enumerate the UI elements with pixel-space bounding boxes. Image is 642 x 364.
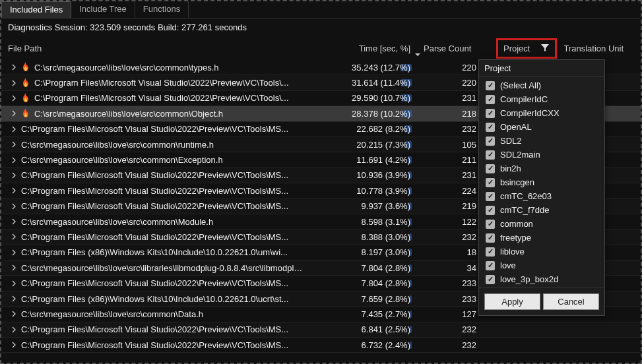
checkbox-checked-icon[interactable]: ✓ [486, 261, 495, 270]
chevron-right-icon[interactable] [11, 280, 17, 287]
header-translation-unit[interactable]: Translation Unit [557, 44, 641, 53]
checkbox-checked-icon[interactable]: ✓ [486, 109, 495, 118]
checkbox-checked-icon[interactable]: ✓ [486, 206, 495, 215]
time-value: 35.243 (12.7%) [352, 63, 410, 73]
filter-item[interactable]: ✓liblove [479, 245, 604, 258]
filter-popup-header: Project [479, 60, 604, 77]
filter-item[interactable]: ✓love_3p_box2d [479, 272, 604, 286]
time-value: 7.804 (2.8%) [362, 263, 410, 273]
chevron-right-icon[interactable] [11, 311, 17, 317]
filter-item[interactable]: ✓SDL2 [479, 134, 604, 148]
filter-item[interactable]: ✓freetype [479, 231, 604, 245]
checkbox-checked-icon[interactable]: ✓ [486, 233, 495, 243]
filter-item-label: CompilerIdCXX [500, 108, 560, 118]
fire-icon [21, 93, 30, 104]
filter-item-label: (Select All) [500, 80, 541, 90]
checkbox-checked-icon[interactable]: ✓ [486, 275, 495, 284]
file-path-text: C:\Program Files\Microsoft Visual Studio… [21, 201, 288, 211]
chevron-right-icon[interactable] [11, 64, 17, 71]
parse-count-value: 232 [424, 324, 490, 334]
chevron-right-icon[interactable] [11, 126, 17, 133]
table-row[interactable]: C:\Program Files\Microsoft Visual Studio… [1, 338, 641, 353]
chevron-right-icon[interactable] [11, 110, 17, 117]
filter-item[interactable]: ✓CompilerIdCXX [479, 106, 604, 120]
filter-item[interactable]: ✓love [479, 258, 604, 272]
filter-item[interactable]: ✓OpenAL [479, 120, 604, 134]
tab-functions[interactable]: Functions [135, 1, 189, 18]
checkbox-checked-icon[interactable]: ✓ [486, 220, 495, 229]
file-path-text: C:\src\megasource\libs\love\src\common\E… [21, 155, 223, 165]
header-project-label: Project [503, 44, 530, 53]
column-headers: File Path Time [sec, %] Parse Count Proj… [1, 36, 641, 60]
time-value: 10.936 (3.9%) [356, 170, 410, 180]
header-project[interactable]: Project [490, 38, 557, 59]
filter-item-label: liblove [500, 247, 525, 257]
file-path-text: C:\src\megasource\libs\love\src\common\O… [34, 109, 223, 119]
filter-item[interactable]: ✓(Select All) [479, 78, 604, 92]
fire-icon [21, 78, 30, 88]
checkbox-checked-icon[interactable]: ✓ [486, 95, 495, 104]
table-row[interactable]: C:\Program Files\Microsoft Visual Studio… [1, 322, 641, 338]
header-file-path[interactable]: File Path [1, 44, 305, 53]
checkbox-checked-icon[interactable]: ✓ [486, 164, 495, 173]
checkbox-checked-icon[interactable]: ✓ [486, 123, 495, 132]
chevron-right-icon[interactable] [11, 218, 17, 225]
time-value: 7.659 (2.8%) [362, 294, 410, 304]
header-parse-count[interactable]: Parse Count [424, 44, 490, 53]
time-value: 8.388 (3.0%) [362, 232, 410, 242]
time-value: 6.732 (2.4%) [362, 340, 410, 350]
filter-item-label: bsincgen [500, 177, 534, 187]
project-filter-popup: Project ✓(Select All)✓CompilerIdC✓Compil… [478, 59, 605, 316]
filter-item[interactable]: ✓cmTC_f7dde [479, 203, 604, 217]
chevron-right-icon[interactable] [11, 342, 17, 348]
file-path-text: C:\Program Files (x86)\Windows Kits\10\I… [21, 247, 288, 257]
filter-list[interactable]: ✓(Select All)✓CompilerIdC✓CompilerIdCXX✓… [479, 77, 604, 288]
filter-item-label: CompilerIdC [500, 94, 548, 104]
filter-item[interactable]: ✓SDL2main [479, 148, 604, 162]
tab-include-tree[interactable]: Include Tree [71, 1, 135, 18]
chevron-right-icon[interactable] [11, 187, 17, 194]
header-time[interactable]: Time [sec, %] [305, 44, 424, 53]
checkbox-checked-icon[interactable]: ✓ [486, 192, 495, 201]
tab-included-files[interactable]: Included Files [1, 1, 71, 18]
cancel-button[interactable]: Cancel [543, 293, 599, 310]
time-value: 31.614 (11.4%) [352, 78, 410, 88]
chevron-right-icon[interactable] [11, 203, 17, 210]
filter-item[interactable]: ✓CompilerIdC [479, 92, 604, 106]
checkbox-checked-icon[interactable]: ✓ [486, 81, 495, 90]
file-path-text: C:\Program Files (x86)\Windows Kits\10\I… [21, 294, 288, 304]
filter-icon [540, 43, 550, 54]
time-value: 10.778 (3.9%) [356, 186, 410, 196]
chevron-right-icon[interactable] [11, 172, 17, 179]
time-value: 20.215 (7.3%) [356, 140, 410, 150]
chevron-right-icon[interactable] [11, 295, 17, 302]
time-value: 7.435 (2.7%) [362, 309, 410, 319]
time-value: 8.598 (3.1%) [362, 217, 410, 227]
filter-item[interactable]: ✓bsincgen [479, 175, 604, 189]
file-path-text: C:\src\megasource\libs\love\src\common\D… [21, 309, 203, 319]
file-path-text: C:\Program Files\Microsoft Visual Studio… [34, 93, 289, 103]
file-path-text: C:\Program Files\Microsoft Visual Studio… [21, 340, 288, 350]
chevron-right-icon[interactable] [11, 264, 17, 271]
chevron-right-icon[interactable] [11, 141, 17, 148]
filter-item-label: SDL2 [500, 136, 522, 146]
checkbox-checked-icon[interactable]: ✓ [486, 150, 495, 160]
filter-item[interactable]: ✓cmTC_62e03 [479, 189, 604, 203]
chevron-right-icon[interactable] [11, 249, 17, 256]
parse-count-value: 232 [424, 340, 490, 350]
checkbox-checked-icon[interactable]: ✓ [486, 178, 495, 187]
apply-button[interactable]: Apply [484, 293, 540, 310]
chevron-right-icon[interactable] [11, 157, 17, 164]
file-path-text: C:\Program Files\Microsoft Visual Studio… [34, 78, 289, 88]
filter-item[interactable]: ✓common [479, 217, 604, 231]
filter-item-label: SDL2main [500, 150, 540, 160]
filter-item[interactable]: ✓bin2h [479, 162, 604, 175]
header-time-label: Time [sec, %] [359, 44, 410, 53]
checkbox-checked-icon[interactable]: ✓ [486, 136, 495, 146]
chevron-right-icon[interactable] [11, 326, 17, 333]
tab-bar: Included Files Include Tree Functions [1, 1, 641, 18]
chevron-right-icon[interactable] [11, 233, 17, 240]
checkbox-checked-icon[interactable]: ✓ [486, 247, 495, 257]
chevron-right-icon[interactable] [11, 80, 17, 86]
chevron-right-icon[interactable] [11, 95, 17, 102]
